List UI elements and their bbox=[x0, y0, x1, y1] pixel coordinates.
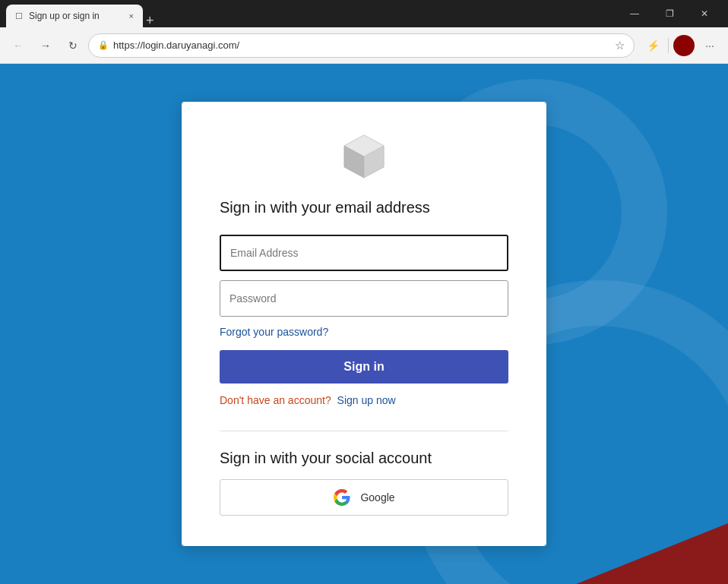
window-controls: — ❐ ✕ bbox=[617, 0, 722, 27]
favorites-star-button[interactable]: ☆ bbox=[615, 39, 625, 52]
url-text: https://login.daruyanagi.com/ bbox=[113, 39, 610, 51]
active-tab[interactable]: ☐ Sign up or sign in × bbox=[6, 5, 143, 27]
social-title: Sign in with your social account bbox=[220, 450, 508, 467]
forgot-password-link[interactable]: Forgot your password? bbox=[220, 326, 508, 338]
google-signin-button[interactable]: Google bbox=[220, 479, 508, 516]
favorites-button[interactable]: ⚡ bbox=[641, 33, 665, 58]
forward-button[interactable]: → bbox=[33, 33, 58, 58]
toolbar-right: ⚡ ··· bbox=[641, 33, 722, 58]
google-icon bbox=[333, 488, 351, 507]
back-button[interactable]: ← bbox=[6, 33, 30, 58]
new-tab-button[interactable]: + bbox=[146, 14, 154, 27]
signin-card: Sign in with your email address Forgot y… bbox=[182, 102, 546, 546]
email-input[interactable] bbox=[220, 235, 508, 271]
tab-title: Sign up or sign in bbox=[29, 11, 100, 21]
page-content: Sign in with your email address Forgot y… bbox=[0, 64, 728, 584]
restore-button[interactable]: ❐ bbox=[652, 0, 687, 27]
cube-icon bbox=[340, 132, 388, 181]
refresh-button[interactable]: ↻ bbox=[61, 33, 85, 58]
title-bar: ☐ Sign up or sign in × + — ❐ ✕ bbox=[0, 0, 728, 27]
toolbar: ← → ↻ 🔒 https://login.daruyanagi.com/ ☆ … bbox=[0, 27, 728, 64]
card-title: Sign in with your email address bbox=[220, 199, 508, 216]
avatar bbox=[673, 35, 695, 56]
tab-close-btn[interactable]: × bbox=[129, 11, 134, 21]
password-form-group bbox=[220, 280, 508, 317]
google-btn-label: Google bbox=[360, 491, 394, 504]
tab-favicon: ☐ bbox=[15, 11, 23, 21]
lock-icon: 🔒 bbox=[98, 40, 109, 50]
signup-link[interactable]: Sign up now bbox=[337, 394, 396, 406]
tab-area: ☐ Sign up or sign in × + bbox=[6, 0, 608, 27]
browser-frame: ☐ Sign up or sign in × + — ❐ ✕ ← → ↻ 🔒 h… bbox=[0, 0, 728, 584]
close-button[interactable]: ✕ bbox=[687, 0, 722, 27]
card-logo bbox=[220, 132, 508, 181]
more-button[interactable]: ··· bbox=[698, 33, 722, 58]
profile-button[interactable] bbox=[672, 33, 696, 58]
signup-row: Don't have an account? Sign up now bbox=[220, 394, 508, 406]
minimize-button[interactable]: — bbox=[617, 0, 652, 27]
address-bar[interactable]: 🔒 https://login.daruyanagi.com/ ☆ bbox=[88, 33, 635, 58]
signin-button[interactable]: Sign in bbox=[220, 350, 508, 384]
email-form-group bbox=[220, 235, 508, 271]
password-input[interactable] bbox=[220, 280, 508, 317]
no-account-text: Don't have an account? bbox=[220, 394, 331, 406]
section-divider bbox=[220, 431, 508, 431]
